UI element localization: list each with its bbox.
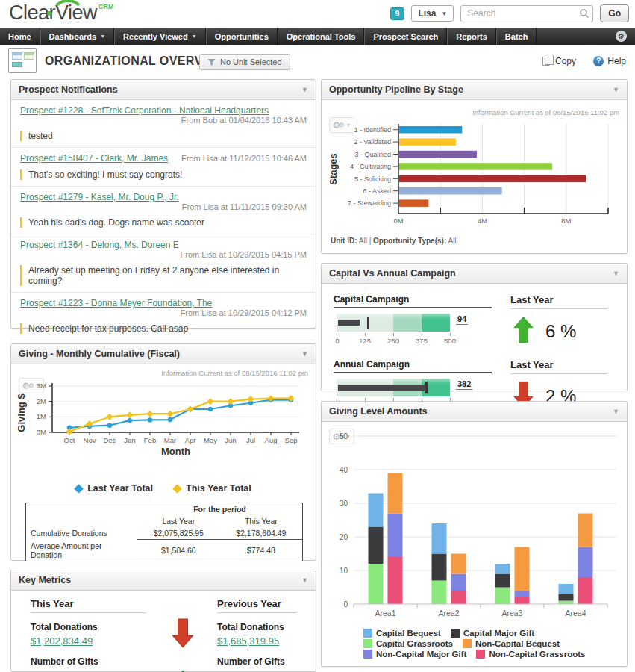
- total-donations-label: Total Donations: [217, 622, 304, 632]
- svg-text:4M: 4M: [478, 217, 487, 225]
- svg-text:Area1: Area1: [375, 609, 395, 617]
- nav-item-reports[interactable]: Reports: [447, 28, 496, 45]
- legend-item[interactable]: Non-Capital Grassroots: [476, 650, 585, 659]
- unit-filter-button[interactable]: No Unit Selected: [199, 54, 290, 70]
- copy-button[interactable]: Copy: [542, 56, 576, 66]
- legend-item[interactable]: Non-Capital Major Gift: [363, 650, 466, 659]
- change-percent: 6 %: [545, 321, 576, 342]
- nav-item-opportunities[interactable]: Opportunities: [206, 28, 278, 45]
- nav-item-dashboards[interactable]: Dashboards▼: [40, 28, 115, 45]
- svg-text:5 - Soliciting: 5 - Soliciting: [354, 175, 391, 183]
- nav-item-operational-tools[interactable]: Operational Tools: [278, 28, 365, 45]
- notification-message: That's so exciting! I must say congrats!: [20, 169, 307, 180]
- pipeline-chart: 1 - Identified2 - Validated3 - Qualified…: [326, 120, 624, 231]
- svg-text:Oct: Oct: [64, 436, 75, 444]
- panel-header: Capital Vs Annual Campaign ▼: [322, 264, 627, 284]
- nav-item-prospect-search[interactable]: Prospect Search: [364, 28, 447, 45]
- legend-label: Non-Capital Bequest: [475, 639, 560, 648]
- collapse-icon[interactable]: ▼: [301, 86, 308, 93]
- summary-table: For the period Last Year This Year Cumul…: [25, 503, 303, 561]
- nav-right: ⚙: [616, 28, 635, 45]
- collapse-icon[interactable]: ▼: [301, 576, 308, 584]
- panel-title: Giving Level Amounts: [329, 406, 428, 417]
- svg-text:Aug: Aug: [265, 436, 278, 444]
- help-button[interactable]: ? Help: [593, 56, 626, 66]
- capital-vs-annual-panel: Capital Vs Annual Campaign ▼ Capital Cam…: [321, 263, 628, 391]
- cell-value: $2,178,604.49: [220, 527, 303, 540]
- svg-text:Mar: Mar: [164, 436, 176, 444]
- nav-item-batch[interactable]: Batch: [496, 28, 537, 45]
- bullet-measure-bar: [338, 320, 360, 326]
- svg-text:2M: 2M: [37, 397, 46, 405]
- prospect-link[interactable]: Prospect #1364 - Delong, Ms. Doreen E: [20, 240, 179, 250]
- bullet-target-marker: [425, 382, 428, 393]
- giving-level-amounts-panel: Giving Level Amounts ▼ ⚙⚙▼ 01020304050Ar…: [321, 401, 628, 667]
- collapse-icon[interactable]: ▼: [613, 270, 619, 277]
- last-year-label: Last Year: [510, 294, 607, 309]
- up-trend-arrow: [513, 316, 534, 346]
- bullet-measure-bar: [338, 385, 425, 391]
- legend-label: This Year Total: [186, 483, 251, 494]
- notification-item: Prospect #1223 - Donna Meyer Foundation,…: [11, 293, 316, 340]
- search-input[interactable]: [460, 5, 593, 22]
- chevron-down-icon: ▼: [100, 34, 105, 39]
- last-year-label: Last Year: [510, 359, 607, 374]
- legend-item[interactable]: This Year Total: [174, 483, 251, 494]
- legend-item[interactable]: Capital Major Gift: [451, 629, 534, 638]
- total-donations-link[interactable]: $1,685,319.95: [217, 635, 279, 647]
- svg-text:Area2: Area2: [438, 609, 459, 617]
- svg-text:Jan: Jan: [124, 436, 135, 444]
- number-of-gifts-label: Number of Gifts: [31, 656, 156, 667]
- copy-icon: [542, 57, 550, 66]
- prospect-link[interactable]: Prospect #1223 - Donna Meyer Foundation,…: [20, 298, 212, 308]
- notification-message: Need receipt for tax purposes. Call asap: [20, 323, 307, 334]
- svg-text:1 - Identified: 1 - Identified: [354, 126, 391, 134]
- collapse-icon[interactable]: ▼: [613, 408, 619, 415]
- svg-text:8M: 8M: [561, 217, 571, 225]
- panel-header: Prospect Notifications ▼: [11, 80, 316, 100]
- search-icon[interactable]: [579, 8, 589, 22]
- nav-items: HomeDashboards▼Recently Viewed▼Opportuni…: [0, 28, 537, 45]
- header-controls: 9 Lisa ▼ Go: [390, 4, 629, 22]
- user-menu[interactable]: Lisa ▼: [411, 5, 454, 22]
- prospect-link[interactable]: Prospect #1228 - SofTrek Corporation - N…: [20, 105, 269, 116]
- svg-text:Jul: Jul: [246, 436, 255, 444]
- svg-text:Giving $: Giving $: [16, 393, 27, 432]
- levels-chart-svg: 01020304050Area1Area2Area3Area4: [325, 424, 625, 627]
- opportunity-pipeline-panel: Opportunity Pipeline By Stage ▼ Informat…: [321, 79, 628, 254]
- panel-header: Giving - Monthly Cumulative (Fiscal) ▼: [11, 344, 316, 364]
- collapse-icon[interactable]: ▼: [613, 86, 619, 93]
- go-button[interactable]: Go: [600, 4, 629, 22]
- notification-item: Prospect #158407 - Clark, Mr. JamesFrom …: [11, 148, 316, 187]
- legend-label: Capital Grassroots: [376, 639, 453, 648]
- bullet-target-marker: [367, 317, 369, 329]
- bullet-chart-capital-campaign: Capital Campaign940125250375500Last Year…: [322, 294, 627, 346]
- prospect-link[interactable]: Prospect #1279 - Kasel, Mr. Doug P., Jr.: [20, 192, 179, 202]
- legend-item[interactable]: Capital Grassroots: [363, 639, 453, 648]
- svg-text:3 - Qualified: 3 - Qualified: [354, 151, 391, 158]
- cell-value: $1,584.60: [137, 540, 220, 561]
- legend-swatch-icon: [463, 639, 472, 648]
- legend-item[interactable]: Non-Capital Bequest: [463, 639, 560, 648]
- nav-item-recently-viewed[interactable]: Recently Viewed▼: [114, 28, 206, 45]
- notification-meta: From Lisa at 10/29/2015 04:12 PM: [181, 308, 307, 317]
- legend-item[interactable]: Capital Bequest: [363, 629, 441, 638]
- pipeline-footnote: Unit ID: All | Opportunity Type(s): All: [331, 237, 457, 245]
- bullet-track: [337, 379, 450, 396]
- total-donations-link[interactable]: $1,202,834.49: [31, 635, 93, 647]
- clearview-logo: ClearViewCRM: [9, 1, 114, 25]
- notification-count-badge[interactable]: 9: [390, 7, 405, 20]
- legend-item[interactable]: Last Year Total: [75, 483, 153, 494]
- row-label: Average Amount per Donation: [26, 540, 137, 561]
- svg-text:3M: 3M: [37, 382, 46, 390]
- prospect-link[interactable]: Prospect #158407 - Clark, Mr. James: [20, 153, 168, 164]
- table-header: For the period: [137, 503, 303, 516]
- collapse-icon[interactable]: ▼: [301, 350, 308, 358]
- nav-item-home[interactable]: Home: [0, 28, 40, 45]
- svg-text:Month: Month: [161, 446, 190, 457]
- column-header: This Year: [220, 515, 303, 527]
- settings-icon[interactable]: ⚙: [616, 31, 627, 42]
- trend-arrows: [156, 598, 210, 672]
- notification-message: Already set up meeting on Friday at 2.an…: [20, 265, 307, 286]
- svg-text:4 - Cultivating: 4 - Cultivating: [350, 163, 391, 170]
